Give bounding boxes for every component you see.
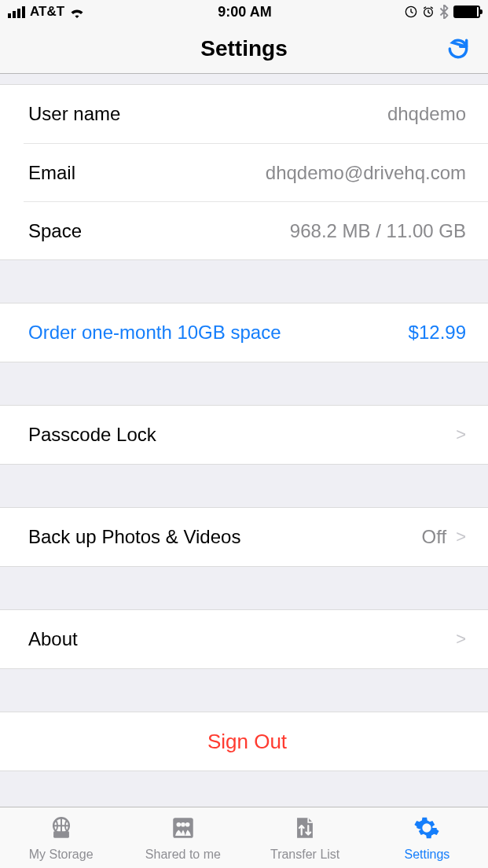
backup-value: Off — [422, 526, 447, 548]
svg-rect-3 — [53, 831, 69, 838]
status-right — [405, 5, 480, 19]
about-row[interactable]: About > — [0, 610, 488, 668]
passcode-lock-row[interactable]: Passcode Lock > — [0, 406, 488, 464]
backup-section: Back up Photos & Videos Off > — [0, 508, 488, 566]
account-section: User name dhqdemo Email dhqdemo@drivehq.… — [0, 85, 488, 259]
globe-storage-icon — [48, 815, 75, 844]
nav-header: Settings — [0, 24, 488, 74]
email-label: Email — [28, 162, 75, 184]
about-section: About > — [0, 610, 488, 668]
transfer-icon — [292, 815, 318, 844]
section-spacer — [0, 566, 488, 610]
space-row: Space 968.2 MB / 11.00 GB — [24, 201, 488, 259]
passcode-label: Passcode Lock — [28, 424, 156, 446]
battery-icon — [453, 6, 480, 18]
signout-section: Sign Out — [0, 712, 488, 771]
chevron-right-icon: > — [456, 629, 466, 649]
refresh-button[interactable] — [444, 35, 472, 63]
svg-point-6 — [181, 822, 185, 826]
email-value: dhqdemo@drivehq.com — [266, 162, 466, 184]
chevron-right-icon: > — [456, 527, 466, 547]
passcode-section: Passcode Lock > — [0, 406, 488, 464]
signout-label: Sign Out — [207, 730, 287, 754]
section-spacer — [0, 464, 488, 508]
tab-label: Shared to me — [145, 848, 221, 862]
order-price: $12.99 — [409, 322, 466, 344]
section-spacer — [0, 259, 488, 303]
status-left: AT&T — [8, 4, 85, 20]
username-value: dhqdemo — [387, 103, 466, 125]
tab-settings[interactable]: Settings — [366, 807, 488, 868]
tab-label: Settings — [404, 848, 449, 862]
svg-point-5 — [176, 822, 181, 826]
backup-label: Back up Photos & Videos — [28, 526, 240, 548]
tab-label: My Storage — [29, 848, 94, 862]
svg-point-7 — [185, 822, 190, 826]
email-row: Email dhqdemo@drivehq.com — [24, 143, 488, 201]
username-label: User name — [28, 103, 120, 125]
tab-bar: My Storage Shared to me Transfer List Se… — [0, 807, 488, 868]
backup-row[interactable]: Back up Photos & Videos Off > — [0, 508, 488, 566]
carrier-label: AT&T — [30, 4, 64, 20]
gear-icon — [413, 815, 440, 844]
wifi-icon — [69, 6, 85, 18]
space-value: 968.2 MB / 11.00 GB — [290, 220, 466, 242]
username-row: User name dhqdemo — [0, 85, 488, 143]
signal-icon — [8, 6, 25, 18]
svg-point-8 — [424, 824, 431, 831]
tab-label: Transfer List — [270, 848, 339, 862]
order-space-row[interactable]: Order one-month 10GB space $12.99 — [0, 303, 488, 362]
chevron-right-icon: > — [456, 425, 466, 445]
status-time: 9:00 AM — [218, 4, 271, 20]
space-label: Space — [28, 220, 82, 242]
tab-transfer-list[interactable]: Transfer List — [244, 807, 366, 868]
rotation-lock-icon — [405, 6, 417, 18]
section-spacer — [0, 668, 488, 712]
order-label: Order one-month 10GB space — [28, 322, 281, 344]
tab-shared-to-me[interactable]: Shared to me — [122, 807, 244, 868]
order-section: Order one-month 10GB space $12.99 — [0, 303, 488, 362]
tab-my-storage[interactable]: My Storage — [0, 807, 122, 868]
section-spacer — [0, 74, 488, 85]
shared-icon — [170, 815, 196, 844]
section-spacer — [0, 362, 488, 406]
bluetooth-icon — [439, 5, 449, 19]
status-bar: AT&T 9:00 AM — [0, 0, 488, 24]
sign-out-button[interactable]: Sign Out — [0, 712, 488, 771]
alarm-icon — [422, 6, 435, 18]
page-title: Settings — [200, 36, 287, 61]
about-label: About — [28, 628, 78, 650]
